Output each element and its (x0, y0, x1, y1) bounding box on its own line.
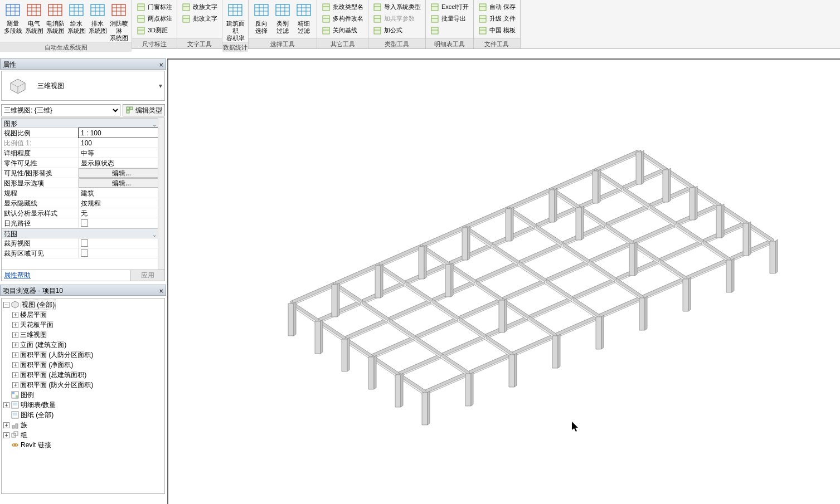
expand-icon[interactable]: + (12, 382, 18, 388)
property-edit-button[interactable]: 编辑... (79, 178, 164, 188)
tree-node[interactable]: +面积平面 (人防分区面积) (2, 350, 164, 360)
expand-icon[interactable]: + (12, 312, 18, 318)
ribbon-button-small[interactable]: 3D测距 (134, 25, 174, 36)
properties-scrollbar[interactable] (158, 118, 164, 270)
tree-node[interactable]: +三维视图 (2, 330, 164, 340)
ribbon-button-small[interactable]: 批改类型名 (319, 1, 366, 13)
ribbon-button-small[interactable]: 升级 文件 (476, 13, 518, 25)
tree-node[interactable]: +面积平面 (净面积) (2, 360, 164, 370)
tree-node[interactable]: −视图 (全部) (2, 300, 164, 310)
ribbon-button-small[interactable] (428, 25, 471, 36)
svg-rect-32 (138, 16, 144, 22)
ribbon-button-small[interactable]: 加公式 (371, 25, 423, 36)
property-checkbox[interactable] (81, 239, 88, 247)
svg-marker-116 (507, 188, 551, 210)
property-row[interactable]: 默认分析显示样式无 (2, 208, 164, 218)
ribbon-button-small[interactable]: 中国 模板 (476, 25, 518, 36)
tree-node[interactable]: 图纸 (全部) (2, 410, 164, 420)
property-row[interactable]: 裁剪区域可见 (2, 248, 164, 258)
tree-node[interactable]: +面积平面 (总建筑面积) (2, 370, 164, 380)
svg-rect-68 (374, 16, 381, 22)
property-row[interactable]: 裁剪视图 (2, 238, 164, 248)
svg-marker-291 (422, 393, 428, 425)
ribbon-button-small[interactable]: 导入系统类型 (371, 1, 423, 13)
ribbon-button[interactable]: 类别 过滤 (272, 1, 293, 35)
ribbon-group-label: 选择工具 (249, 38, 317, 48)
property-row[interactable]: 零件可见性显示原状态 (2, 158, 164, 168)
type-selector[interactable]: 三维视图 ▾ (1, 71, 165, 101)
property-row[interactable]: 显示隐藏线按规程 (2, 198, 164, 208)
property-row[interactable]: 规程建筑 (2, 188, 164, 198)
properties-close-icon[interactable]: × (159, 60, 163, 71)
ribbon-button-small[interactable]: 两点标注 (134, 13, 174, 25)
tree-node[interactable]: +组 (2, 430, 164, 440)
ribbon-button[interactable]: 给水 系统图 (66, 1, 87, 35)
tree-node[interactable]: +族 (2, 420, 164, 430)
expand-icon[interactable]: + (12, 332, 18, 338)
property-group-header[interactable]: 范围⌄ (2, 228, 164, 238)
ribbon-button[interactable]: 精细 过滤 (293, 1, 314, 35)
expand-icon[interactable]: + (12, 372, 18, 378)
ribbon-button-small[interactable]: 批改文字 (179, 13, 220, 25)
ribbon-button[interactable]: 电气 系统图 (23, 1, 45, 35)
tree-node[interactable]: +天花板平面 (2, 320, 164, 330)
svg-marker-218 (416, 336, 443, 358)
ribbon-button[interactable]: 排水 系统图 (87, 1, 108, 35)
svg-marker-331 (462, 228, 468, 260)
property-row[interactable]: 比例值 1:100 (2, 138, 164, 148)
expand-icon[interactable]: + (3, 422, 9, 428)
collapse-icon[interactable]: − (3, 302, 9, 308)
expand-icon[interactable]: + (12, 322, 18, 328)
ribbon-button[interactable]: 消防喷淋 系统图 (108, 1, 129, 42)
expand-icon[interactable]: + (3, 402, 9, 408)
ribbon-button[interactable]: 反向 选择 (251, 1, 272, 35)
svg-marker-232 (423, 245, 449, 266)
ribbon-button-small[interactable]: Excel打开 (428, 1, 471, 13)
properties-help-link[interactable]: 属性帮助 (2, 270, 130, 281)
property-checkbox[interactable] (81, 249, 88, 257)
properties-grid[interactable]: 图形⌄视图比例1 : 100比例值 1:100详细程度中等零件可见性显示原状态可… (1, 118, 165, 270)
project-browser[interactable]: −视图 (全部)+楼层平面+天花板平面+三维视图+立面 (建筑立面)+面积平面 … (1, 298, 165, 494)
expand-icon[interactable]: + (3, 432, 9, 438)
svg-marker-156 (414, 317, 457, 339)
ribbon-button[interactable]: 测量 多段线 (2, 1, 23, 35)
property-row[interactable]: 图形显示选项编辑... (2, 178, 164, 188)
property-edit-button[interactable]: 编辑... (79, 168, 164, 178)
ribbon-button-small[interactable]: 多构件改名 (319, 13, 366, 25)
ribbon-button-small[interactable]: 改族文字 (179, 1, 220, 13)
expand-icon[interactable]: + (12, 362, 18, 368)
svg-marker-345 (593, 171, 598, 203)
browser-close-icon[interactable]: × (159, 286, 163, 297)
tree-node[interactable]: +立面 (建筑立面) (2, 340, 164, 350)
ribbon-button-small[interactable]: 门窗标注 (134, 1, 174, 13)
svg-marker-280 (703, 241, 730, 262)
property-row[interactable]: 可见性/图形替换编辑... (2, 168, 164, 178)
property-row[interactable]: 日光路径 (2, 218, 164, 228)
property-row[interactable]: 详细程度中等 (2, 148, 164, 158)
ribbon-button-small[interactable]: 关闭基线 (319, 25, 366, 36)
svg-marker-206 (346, 337, 372, 359)
ribbon-button[interactable]: 电消防 系统图 (45, 1, 66, 35)
expand-icon[interactable]: + (12, 352, 18, 358)
viewport-3d[interactable] (167, 58, 840, 504)
property-row[interactable]: 视图比例1 : 100 (2, 128, 164, 138)
ribbon-group-label: 文字工具 (177, 38, 222, 48)
ribbon-button[interactable]: 建筑面积 容积率 (225, 1, 246, 42)
ribbon-button-small[interactable]: 自动 保存 (476, 1, 518, 13)
ribbon-button-small[interactable]: 批量导出 (428, 13, 471, 25)
tree-node[interactable]: 图例 (2, 390, 164, 400)
tree-node[interactable]: Revit 链接 (2, 440, 164, 450)
svg-marker-118 (551, 169, 594, 191)
tree-node[interactable]: +楼层平面 (2, 310, 164, 320)
type-dropdown-icon[interactable]: ▾ (157, 71, 164, 100)
property-group-header[interactable]: 图形⌄ (2, 118, 164, 128)
tree-node[interactable]: +明细表/数量 (2, 400, 164, 410)
edit-type-button[interactable]: 编辑类型 (123, 104, 165, 116)
tree-node[interactable]: +面积平面 (防火分区面积) (2, 380, 164, 390)
property-checkbox[interactable] (81, 219, 88, 227)
tree-spacer (3, 392, 9, 398)
expand-icon[interactable]: + (12, 342, 18, 348)
svg-marker-114 (464, 207, 507, 229)
instance-selector[interactable]: 三维视图: {三维} (1, 104, 120, 116)
apply-button[interactable]: 应用 (130, 270, 164, 281)
